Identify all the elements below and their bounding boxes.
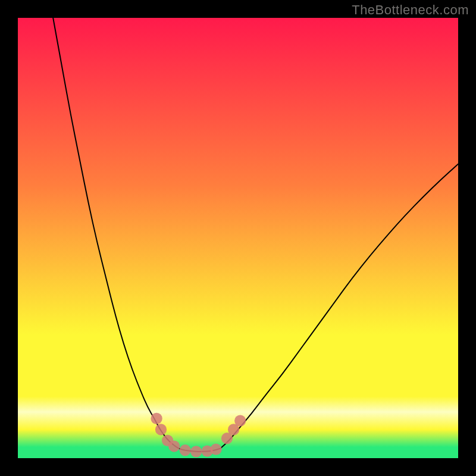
curve-marker [180, 444, 191, 456]
curve-marker [151, 413, 162, 424]
curve-marker [190, 446, 202, 457]
gradient-background [18, 18, 458, 458]
curve-marker [210, 444, 221, 455]
curve-marker [234, 415, 246, 426]
chart-frame: { "watermark": "TheBottleneck.com", "col… [0, 0, 476, 476]
curve-marker [155, 424, 167, 435]
bottleneck-chart [18, 18, 458, 458]
curve-marker [168, 440, 180, 452]
watermark-text: TheBottleneck.com [352, 2, 469, 18]
